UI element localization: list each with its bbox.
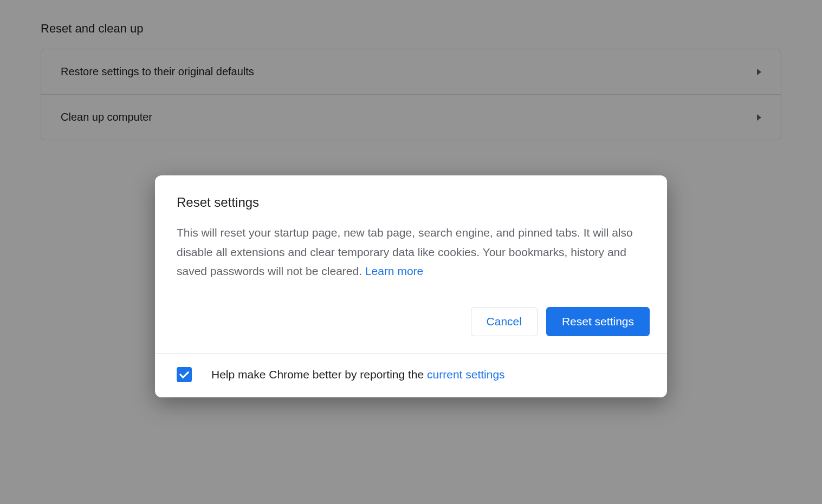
reset-settings-dialog: Reset settings This will reset your star…: [155, 175, 667, 397]
dialog-footer: Help make Chrome better by reporting the…: [155, 354, 667, 397]
learn-more-link[interactable]: Learn more: [365, 265, 423, 277]
report-settings-checkbox[interactable]: [177, 367, 192, 382]
dialog-title: Reset settings: [177, 195, 645, 210]
dialog-actions: Cancel Reset settings: [155, 281, 667, 354]
cancel-button[interactable]: Cancel: [471, 307, 538, 336]
current-settings-link[interactable]: current settings: [427, 368, 505, 381]
footer-text-span: Help make Chrome better by reporting the: [211, 368, 427, 381]
dialog-body: This will reset your startup page, new t…: [155, 210, 667, 281]
modal-overlay: Reset settings This will reset your star…: [0, 0, 822, 504]
checkmark-icon: [179, 369, 189, 378]
footer-text: Help make Chrome better by reporting the…: [211, 368, 505, 381]
reset-settings-button[interactable]: Reset settings: [546, 307, 650, 336]
